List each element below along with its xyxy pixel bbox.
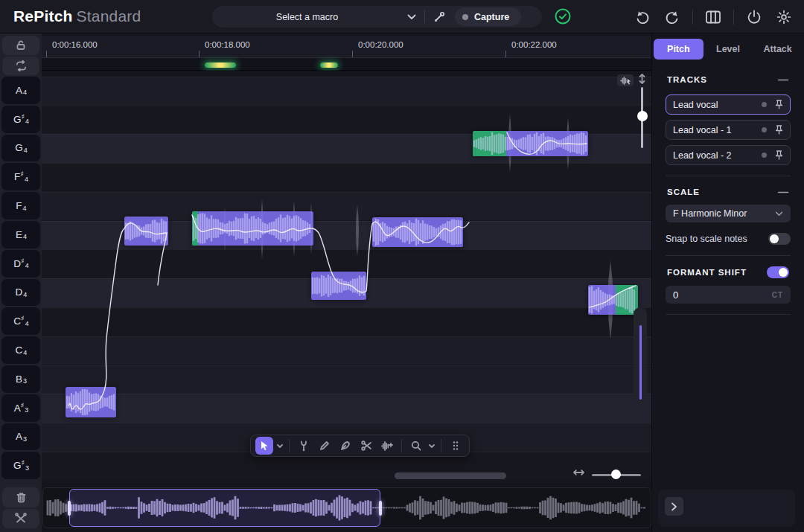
note-block-note-e4-c[interactable] — [372, 217, 463, 247]
zoom-tool-chevron-icon[interactable] — [428, 444, 436, 448]
toolbar-drag-handle[interactable] — [447, 437, 465, 455]
note-cell-b3[interactable]: B3 — [1, 365, 40, 393]
timeline-tick — [199, 51, 200, 57]
note-cell-gs3[interactable]: G♯3 — [1, 452, 40, 479]
marker-strip — [42, 59, 651, 71]
note-cell-d4[interactable]: D4 — [1, 279, 40, 307]
tracks-header: TRACKS — — [652, 74, 804, 85]
power-button[interactable] — [744, 7, 764, 27]
timeline-tick — [46, 51, 47, 57]
formant-shift-field[interactable]: 0 CT — [666, 286, 791, 304]
zoom-tool-button[interactable] — [407, 437, 425, 455]
scale-collapse-button[interactable]: — — [778, 187, 789, 197]
transient-tool-button[interactable] — [378, 437, 396, 455]
capture-label: Capture — [474, 12, 509, 22]
pitch-lane-c4 — [42, 336, 651, 365]
macro-select[interactable]: Select a macro — [212, 12, 402, 22]
settings-gear-button[interactable] — [774, 7, 794, 27]
overview-selection[interactable] — [69, 489, 380, 527]
note-block-note-d4-b[interactable] — [588, 285, 638, 315]
repitch-plugin-window: RePitchStandard Select a macro Capture — [0, 0, 804, 532]
divider — [692, 10, 693, 25]
divider — [666, 176, 791, 176]
pin-icon[interactable] — [775, 125, 783, 135]
divider — [401, 439, 402, 452]
cut-button[interactable] — [2, 509, 39, 528]
waveform-display-icon[interactable] — [617, 74, 634, 86]
pin-icon[interactable] — [775, 150, 783, 160]
tracks-title: TRACKS — [667, 75, 707, 84]
chevron-down-icon[interactable] — [402, 14, 421, 20]
note-split-tool-button[interactable] — [295, 437, 313, 455]
scale-select[interactable]: F Harmonic Minor — [666, 205, 791, 222]
vertical-scrollbar-thumb[interactable] — [639, 325, 642, 400]
tab-pitch[interactable]: Pitch — [654, 39, 704, 60]
pitch-canvas[interactable] — [42, 71, 651, 484]
divider — [666, 314, 791, 315]
note-cell-fs4[interactable]: F♯4 — [1, 163, 40, 190]
pencil-tool-button[interactable] — [316, 437, 334, 455]
undo-button[interactable] — [633, 7, 652, 27]
block-waveform — [588, 285, 638, 315]
track-mute-dot-icon[interactable] — [762, 153, 767, 158]
note-block-note-e4-b[interactable] — [192, 211, 313, 246]
tracks-collapse-button[interactable]: — — [778, 74, 789, 85]
horizontal-scrollbar[interactable] — [395, 472, 506, 479]
select-tool-button[interactable] — [255, 437, 273, 455]
track-item[interactable]: Lead vocal — [666, 94, 791, 115]
note-cell-gs4[interactable]: G♯4 — [1, 106, 40, 133]
note-cell-e4[interactable]: E4 — [1, 221, 40, 249]
pin-icon[interactable] — [775, 100, 783, 109]
note-cell-g4[interactable]: G4 — [1, 135, 40, 162]
track-mute-dot-icon[interactable] — [762, 102, 767, 107]
app-logo: RePitchStandard — [13, 7, 141, 25]
snap-label: Snap to scale notes — [666, 234, 747, 244]
note-block-note-as3[interactable] — [66, 387, 116, 417]
block-waveform — [473, 131, 588, 156]
select-tool-chevron-icon[interactable] — [276, 444, 284, 448]
tab-level[interactable]: Level — [704, 39, 753, 60]
formant-title: FORMANT SHIFT — [667, 268, 747, 277]
scissors-tool-button[interactable] — [357, 437, 375, 455]
note-block-note-d4-a[interactable] — [311, 272, 366, 300]
unlock-button[interactable] — [2, 36, 39, 55]
note-cell-c4[interactable]: C4 — [1, 336, 40, 364]
tab-attack[interactable]: Attack — [753, 39, 803, 60]
snap-toggle[interactable] — [768, 233, 791, 245]
edition-name: Standard — [77, 7, 141, 25]
note-cell-f4[interactable]: F4 — [1, 192, 40, 219]
note-cell-cs4[interactable]: C♯4 — [1, 307, 40, 335]
expand-panel-button[interactable] — [665, 497, 683, 516]
redo-button[interactable] — [663, 7, 682, 27]
trash-button[interactable] — [2, 487, 39, 507]
timeline-ruler[interactable]: 0:00:16.0000:00:18.0000:00:20.0000:00:22… — [42, 36, 651, 58]
note-cell-ds4[interactable]: D♯4 — [1, 250, 40, 278]
horizontal-zoom-knob[interactable] — [611, 469, 621, 479]
note-cell-as3[interactable]: A♯3 — [1, 394, 40, 422]
track-item[interactable]: Lead vocal - 1 — [666, 120, 791, 140]
track-name: Lead vocal — [673, 100, 762, 110]
divider — [666, 255, 791, 256]
formant-toggle[interactable] — [767, 266, 789, 278]
capture-button[interactable]: Capture — [455, 7, 521, 26]
selection-left-handle[interactable] — [68, 501, 71, 516]
tool-bar — [250, 435, 470, 457]
block-waveform — [372, 217, 463, 247]
selection-right-handle[interactable] — [379, 501, 382, 516]
track-mute-dot-icon[interactable] — [762, 127, 767, 132]
pen-tool-button[interactable] — [336, 437, 354, 455]
note-cell-a4[interactable]: A4 — [1, 77, 40, 104]
timeline-tick — [352, 51, 353, 57]
vertical-zoom-knob[interactable] — [637, 111, 648, 121]
note-cell-a3[interactable]: A3 — [1, 423, 40, 451]
loop-button[interactable] — [2, 57, 39, 75]
note-block-note-g4[interactable] — [473, 131, 588, 156]
note-block-note-e4-a[interactable] — [124, 217, 168, 246]
side-panel: PitchLevelAttack TRACKS — Lead vocalLead… — [651, 33, 804, 532]
track-item[interactable]: Lead vocal - 2 — [666, 145, 791, 165]
scale-header: SCALE — — [652, 187, 804, 197]
layout-columns-button[interactable] — [704, 7, 723, 27]
pitch-lane-gs4 — [42, 105, 651, 134]
macro-routing-icon[interactable] — [428, 11, 450, 23]
waveform-overview[interactable] — [42, 487, 651, 528]
